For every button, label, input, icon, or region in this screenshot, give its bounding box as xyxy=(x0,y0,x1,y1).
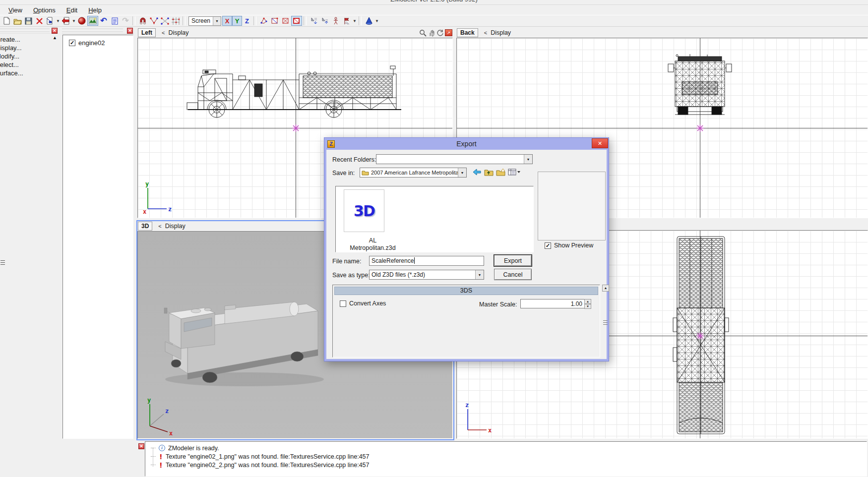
viewport-back-tab[interactable]: Back xyxy=(457,28,478,37)
commands-panel-grip[interactable] xyxy=(0,27,59,34)
file-name-input[interactable]: ScaleReference xyxy=(369,256,484,266)
scene-node-engine02[interactable]: ✓ engine02 xyxy=(63,35,133,47)
screen-mode-dropdown[interactable]: ▼ xyxy=(213,17,221,25)
notepad-button[interactable] xyxy=(109,16,120,26)
recent-folders-dropdown[interactable]: ▼ xyxy=(524,155,532,164)
import-dropdown[interactable]: ▼ xyxy=(56,16,61,26)
delete-button[interactable] xyxy=(34,16,45,26)
axis-y-button[interactable]: Y xyxy=(232,16,242,26)
undo-button[interactable]: ↶ xyxy=(98,16,109,26)
scroll-up-icon[interactable]: ▲ xyxy=(602,285,609,292)
save-in-dropdown[interactable]: ▼ xyxy=(458,168,466,177)
bones-dropdown[interactable]: ▼ xyxy=(352,16,357,26)
menu-edit[interactable]: Edit xyxy=(61,5,83,15)
svg-text:z: z xyxy=(465,402,469,409)
menu-options[interactable]: Options xyxy=(28,5,61,15)
master-scale-input[interactable]: 1.00 xyxy=(520,299,585,308)
export-dialog-titlebar[interactable]: Export Z ✕ xyxy=(324,138,609,150)
command-item-modify[interactable]: Modify... xyxy=(0,52,59,60)
scene-panel-grip[interactable] xyxy=(62,27,134,34)
show-preview-option[interactable]: ✓ Show Preview xyxy=(545,242,593,249)
scene-node-checkbox[interactable]: ✓ xyxy=(69,40,75,46)
zoom-tool-icon[interactable] xyxy=(419,29,427,37)
log-panel-close-icon[interactable]: ✕ xyxy=(138,443,144,449)
viewport-left-display-menu[interactable]: < Display xyxy=(158,29,188,36)
export-confirm-button[interactable]: Export xyxy=(494,255,532,266)
convert-axes-option[interactable]: Convert Axes xyxy=(340,300,386,307)
select-vertices-mode-button[interactable] xyxy=(258,16,269,26)
log-row-texture-2[interactable]: ! Texture "engine02_2.png" was not found… xyxy=(150,461,867,469)
texture-browser-button[interactable] xyxy=(87,16,98,26)
up-folder-icon[interactable] xyxy=(484,168,494,178)
new-folder-icon[interactable] xyxy=(496,168,505,178)
select-edges-mode-button[interactable] xyxy=(269,16,280,26)
open-file-button[interactable] xyxy=(12,16,23,26)
log-row-ready[interactable]: i ZModeler is ready. xyxy=(150,444,867,452)
maximize-viewport-icon[interactable]: ↗ xyxy=(445,29,452,36)
save-as-type-combo[interactable]: Old Z3D files (*.z3d) ▼ xyxy=(369,270,484,280)
export-dropdown[interactable]: ▼ xyxy=(71,16,76,26)
menu-view[interactable]: View xyxy=(3,5,28,15)
screen-mode-combo[interactable]: Screen ▼ xyxy=(188,16,221,26)
skeleton-figure-button[interactable] xyxy=(330,16,341,26)
primitives-dropdown[interactable]: ▼ xyxy=(374,16,379,26)
primitives-cone-button[interactable] xyxy=(364,16,374,26)
recent-folders-combo[interactable]: ▼ xyxy=(376,154,533,164)
cancel-button[interactable]: Cancel xyxy=(494,269,532,280)
commands-panel-close-icon[interactable]: ✕ xyxy=(52,28,58,34)
back-folder-icon[interactable] xyxy=(473,168,482,178)
axis-tripod-3d-view: y z x xyxy=(142,395,177,437)
scroll-grip[interactable] xyxy=(603,320,608,325)
file-list[interactable]: 3D AL Metropolitan.z3d xyxy=(335,186,534,252)
svg-text:z: z xyxy=(168,206,172,213)
save-as-type-dropdown[interactable]: ▼ xyxy=(475,270,484,279)
export-dialog-close-button[interactable]: ✕ xyxy=(592,138,608,148)
viewport-3d-tab[interactable]: 3D xyxy=(138,222,152,231)
scene-panel-close-icon[interactable]: ✕ xyxy=(127,28,133,34)
command-item-display[interactable]: Display... xyxy=(0,44,59,52)
viewport-3d-display-menu[interactable]: < Display xyxy=(154,223,185,230)
command-item-select[interactable]: Select... xyxy=(0,60,59,69)
viewport-back-display-menu[interactable]: < Display xyxy=(480,29,511,36)
axis-z-button[interactable]: Z xyxy=(242,16,252,26)
import-button[interactable] xyxy=(45,16,56,26)
svg-text:y: y xyxy=(147,397,151,404)
bones-flag-button[interactable] xyxy=(341,16,352,26)
snap-magnet-button[interactable] xyxy=(137,16,148,26)
axis-x-button[interactable]: X xyxy=(222,16,232,26)
viewport-left-tab[interactable]: Left xyxy=(138,28,156,37)
file-item-z3d[interactable]: 3D AL Metropolitan.z3d xyxy=(344,189,384,232)
show-preview-checkbox[interactable]: ✓ xyxy=(545,242,551,249)
menu-bar: File View Options Edit Help xyxy=(0,5,868,15)
hide-selected-button[interactable] xyxy=(309,16,319,26)
unweld-vertices-button[interactable] xyxy=(159,16,170,26)
pan-hand-icon[interactable] xyxy=(428,29,435,37)
redo-button[interactable]: ↷ xyxy=(120,16,131,26)
new-file-button[interactable] xyxy=(1,16,12,26)
command-item-surface[interactable]: Surface... xyxy=(0,69,59,77)
spinner-down-icon[interactable]: ▼ xyxy=(584,304,591,309)
grid-snap-button[interactable] xyxy=(170,16,181,26)
convert-axes-checkbox[interactable] xyxy=(340,300,346,307)
rotate-view-icon[interactable] xyxy=(436,29,444,37)
menu-help[interactable]: Help xyxy=(83,5,107,15)
save-button[interactable] xyxy=(23,16,34,26)
recent-folders-label: Recent Folders: xyxy=(332,156,376,163)
export-button-toolbar[interactable] xyxy=(61,16,71,26)
view-menu-icon[interactable] xyxy=(508,168,521,178)
select-objects-mode-button[interactable] xyxy=(291,16,302,26)
panel-drag-grip[interactable] xyxy=(0,260,5,265)
material-editor-button[interactable] xyxy=(76,16,87,26)
command-item-create[interactable]: Create... xyxy=(0,35,59,44)
spinner-up-icon[interactable]: ▲ xyxy=(584,299,591,304)
world-axis-horizontal xyxy=(457,128,868,128)
log-row-texture-1[interactable]: ! Texture "engine02_1.png" was not found… xyxy=(150,452,867,461)
file-item-label: AL Metropolitan.z3d xyxy=(334,237,411,252)
unhide-button[interactable] xyxy=(319,16,330,26)
select-polygons-mode-button[interactable] xyxy=(280,16,291,26)
master-scale-spinner[interactable]: ▲ ▼ xyxy=(584,299,591,308)
weld-vertices-button[interactable] xyxy=(148,16,159,26)
scene-nodes-panel: ✕ ✓ engine02 xyxy=(62,27,134,439)
save-in-combo[interactable]: 2007 American Lafrance Metropolitan ▼ xyxy=(360,168,467,178)
axis-tripod-top-view: z x xyxy=(461,401,492,437)
